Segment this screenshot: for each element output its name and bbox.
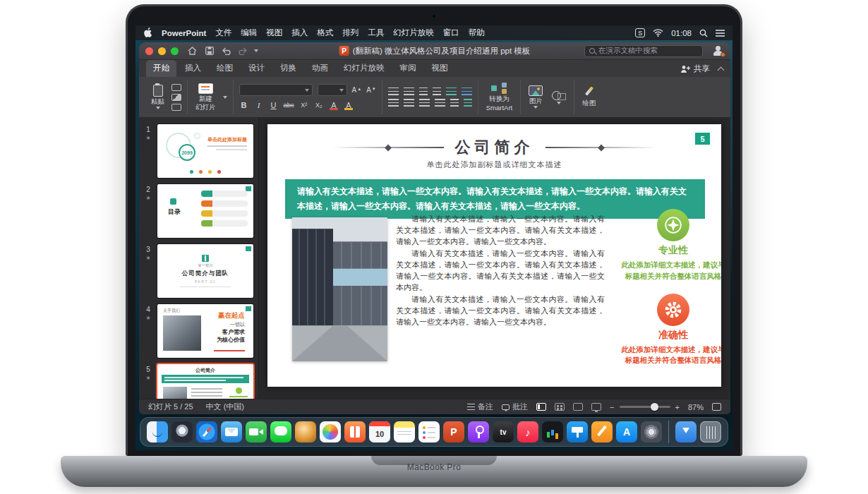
launchpad-icon[interactable] <box>171 421 193 442</box>
podcasts-icon[interactable] <box>468 421 489 442</box>
finder-icon[interactable] <box>147 421 168 442</box>
keynote-icon[interactable] <box>567 421 588 442</box>
safari-icon[interactable] <box>196 421 217 442</box>
search-input[interactable]: 在演示文稿中搜索 <box>584 45 703 57</box>
toolbar-options-icon[interactable] <box>254 49 258 52</box>
notes-app-icon[interactable] <box>394 421 415 442</box>
copy-icon[interactable] <box>171 94 181 101</box>
account-avatar[interactable] <box>713 45 724 56</box>
menubar-app-name[interactable]: PowerPoint <box>162 29 206 37</box>
wifi-icon[interactable] <box>653 29 663 37</box>
tab-review[interactable]: 审阅 <box>393 60 423 77</box>
menu-window[interactable]: 窗口 <box>443 28 459 38</box>
zoom-out-icon[interactable]: − <box>610 403 614 411</box>
bold-button[interactable]: B <box>239 100 249 110</box>
bullet-list-icon[interactable] <box>388 88 399 95</box>
notes-toggle[interactable]: 备注 <box>467 402 493 412</box>
line-spacing-icon[interactable] <box>446 88 457 95</box>
minimize-button[interactable] <box>158 47 166 55</box>
tab-transitions[interactable]: 切换 <box>273 60 303 77</box>
messages-icon[interactable] <box>270 421 291 442</box>
tab-animations[interactable]: 动画 <box>305 60 335 77</box>
decrease-font-icon[interactable]: A▼ <box>366 86 376 94</box>
menu-insert[interactable]: 插入 <box>291 28 308 38</box>
tab-home[interactable]: 开始 <box>146 60 176 77</box>
comments-toggle[interactable]: 批注 <box>502 402 528 412</box>
font-family-select[interactable] <box>239 84 313 96</box>
align-center-icon[interactable] <box>404 99 414 107</box>
menu-view[interactable]: 视图 <box>266 28 282 38</box>
justify-icon[interactable] <box>435 99 445 107</box>
apple-tv-icon[interactable]: tv <box>493 421 514 442</box>
subscript-button[interactable]: X₂ <box>314 100 324 110</box>
trash-icon[interactable] <box>700 421 721 442</box>
tab-design[interactable]: 设计 <box>241 60 272 77</box>
app-store-icon[interactable]: A <box>616 421 637 442</box>
shapes-button[interactable] <box>550 89 568 105</box>
title-bar[interactable]: P (翻新稿) 微立体风格公司及项目介绍通用 ppt 模板 在演示文稿中搜索 <box>139 42 730 60</box>
share-button[interactable]: 共享 <box>680 64 710 74</box>
tab-slideshow[interactable]: 幻灯片放映 <box>337 60 392 77</box>
collapse-ribbon-icon[interactable] <box>718 66 725 73</box>
fit-slide-icon[interactable] <box>712 403 721 411</box>
tab-dra[interactable]: 绘图 <box>210 60 240 77</box>
language-indicator[interactable]: 中文 (中国) <box>206 402 244 412</box>
zoom-in-icon[interactable]: + <box>675 403 680 411</box>
slide-thumbnail-1[interactable]: 2099 单击此处添加标题 <box>157 124 253 178</box>
slide-canvas[interactable]: 5 公司简介 单击此处添加副标题或详细文本描述 请输入有关文本描述，请输入一些文… <box>267 124 721 387</box>
redo-icon[interactable] <box>237 45 249 57</box>
menu-file[interactable]: 文件 <box>215 28 231 38</box>
zoom-percent[interactable]: 87% <box>688 403 704 411</box>
menu-help[interactable]: 帮助 <box>469 28 485 38</box>
feature-professional[interactable]: 专业性 此处添加详细文本描述，建议与标题相关并符合整体语言风格 <box>620 209 721 282</box>
menu-arrange[interactable]: 排列 <box>342 28 358 38</box>
reminders-icon[interactable] <box>418 421 440 442</box>
paste-button[interactable]: 粘贴 <box>149 84 167 110</box>
calendar-icon[interactable]: 10 <box>369 421 390 442</box>
font-color-button[interactable]: A <box>329 100 339 110</box>
slide-subtitle[interactable]: 单击此处添加副标题或详细文本描述 <box>267 159 721 170</box>
format-painter-icon[interactable] <box>171 104 181 111</box>
input-method-icon[interactable]: S <box>635 28 645 37</box>
increase-font-icon[interactable]: A▲ <box>352 86 362 94</box>
mail-icon[interactable] <box>221 421 242 442</box>
home-icon[interactable] <box>186 45 198 57</box>
menubar-clock[interactable]: 01:08 <box>671 29 692 37</box>
increase-indent-icon[interactable] <box>433 88 441 95</box>
strikethrough-button[interactable]: abc <box>284 100 294 110</box>
zoom-button[interactable] <box>171 47 179 55</box>
slide-sorter-view-icon[interactable] <box>555 403 565 411</box>
menu-slideshow[interactable]: 幻灯片放映 <box>393 28 434 38</box>
slide-thumbnail-4[interactable]: 关于我们 赢在起点 一切以 客户需求 为核心价值 <box>157 304 253 358</box>
powerpoint-dock-icon[interactable]: P <box>443 421 464 442</box>
zoom-slider-thumb[interactable] <box>651 403 658 411</box>
italic-button[interactable]: I <box>254 100 264 110</box>
reading-view-icon[interactable] <box>573 403 583 411</box>
zoom-slider[interactable] <box>620 406 670 408</box>
notification-center-icon[interactable] <box>716 30 725 37</box>
underline-button[interactable]: U <box>269 100 279 110</box>
body-text-block[interactable]: 请输入有关文本描述，请输入一些文本内容。请输入有关文本描述，请输入一些文本内容。… <box>396 213 605 328</box>
superscript-button[interactable]: X² <box>299 100 309 110</box>
system-preferences-icon[interactable] <box>641 421 662 442</box>
menu-edit[interactable]: 编辑 <box>241 28 257 38</box>
books-icon[interactable] <box>344 421 366 442</box>
feature-accuracy[interactable]: 准确性 此处添加详细文本描述，建议与标题相关并符合整体语言风格 <box>620 294 721 367</box>
pages-icon[interactable] <box>591 421 613 442</box>
slideshow-view-icon[interactable] <box>591 403 601 411</box>
tab-insert[interactable]: 插入 <box>178 60 208 77</box>
columns-icon[interactable] <box>450 99 459 107</box>
undo-icon[interactable] <box>220 45 232 57</box>
building-photo[interactable] <box>292 217 387 361</box>
facetime-icon[interactable] <box>246 421 267 442</box>
cut-icon[interactable] <box>171 84 181 91</box>
menu-tools[interactable]: 工具 <box>368 28 384 38</box>
align-left-icon[interactable] <box>388 99 399 107</box>
highlight-color-button[interactable]: A <box>344 100 354 110</box>
font-size-select[interactable] <box>318 84 347 96</box>
downloads-folder-icon[interactable] <box>675 421 697 442</box>
apple-menu-icon[interactable] <box>143 28 152 38</box>
slide-thumbnail-panel[interactable]: 1★ 2099 单击此处添加标题 2★ <box>139 117 259 399</box>
siri-icon[interactable] <box>295 421 316 442</box>
save-icon[interactable] <box>203 45 215 57</box>
